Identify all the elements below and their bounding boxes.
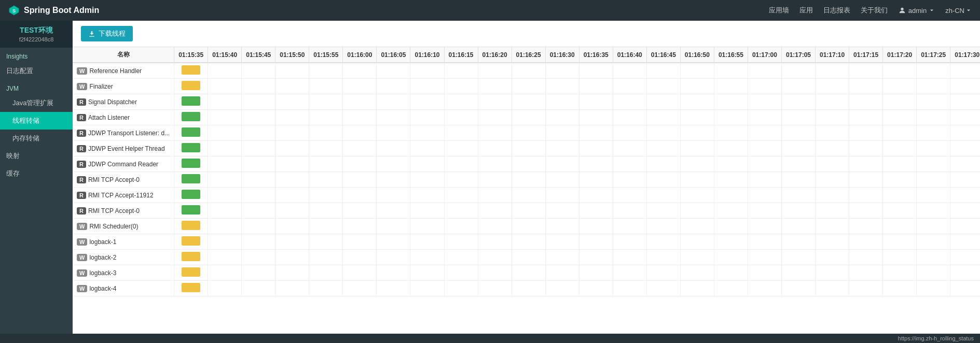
table-row[interactable]: RSignal Dispatcher <box>73 94 980 110</box>
timeline-cell <box>174 172 208 188</box>
thread-name-cell: RJDWP Transport Listener: d... <box>73 125 174 141</box>
timeline-cell <box>613 156 646 172</box>
thread-state-badge: R <box>77 98 86 106</box>
table-row[interactable]: RJDWP Transport Listener: d... <box>73 125 980 141</box>
download-thread-button[interactable]: 下载线程 <box>81 26 133 41</box>
timeline-cell <box>950 250 980 265</box>
sidebar-item-cache[interactable]: 缓存 <box>0 165 73 182</box>
nav-app-wall[interactable]: 应用墙 <box>769 6 789 15</box>
sidebar-item-insights[interactable]: Insights <box>0 48 73 62</box>
timeline-cell <box>343 203 377 219</box>
sidebar: TEST环境 f2f4222048c8 Insights 日志配置 JVM Ja… <box>0 21 73 334</box>
timeline-cell <box>242 156 275 172</box>
thread-name-cell: Wlogback-2 <box>73 250 174 265</box>
timeline-cell <box>478 125 512 141</box>
timeline-cell <box>781 188 815 203</box>
timeline-cell <box>512 156 545 172</box>
timeline-cell <box>816 250 849 265</box>
table-row[interactable]: WReference Handler <box>73 63 980 79</box>
timeline-cell <box>208 110 242 125</box>
table-row[interactable]: RAttach Listener <box>73 110 980 125</box>
sidebar-item-thread-dump[interactable]: 线程转储 <box>0 112 73 130</box>
table-row[interactable]: WRMI Scheduler(0) <box>73 219 980 234</box>
timeline-bar <box>182 205 200 215</box>
sidebar-item-log-config[interactable]: 日志配置 <box>0 62 73 80</box>
timeline-cell <box>950 281 980 296</box>
timeline-cell <box>275 203 309 219</box>
timeline-cell <box>478 219 512 234</box>
timeline-cell <box>545 234 579 250</box>
timeline-cell <box>275 125 309 141</box>
table-row[interactable]: Wlogback-4 <box>73 281 980 296</box>
col-header-t10: 01:16:25 <box>512 47 545 63</box>
timeline-cell <box>613 141 646 156</box>
table-header-row: 名称 01:15:35 01:15:40 01:15:45 01:15:50 0… <box>73 47 980 63</box>
timeline-cell <box>646 63 680 79</box>
timeline-bar <box>182 236 200 246</box>
table-row[interactable]: RJDWP Event Helper Thread <box>73 141 980 156</box>
timeline-cell <box>174 79 208 94</box>
timeline-cell <box>410 110 444 125</box>
timeline-cell <box>781 125 815 141</box>
table-row[interactable]: RRMI TCP Accept-0 <box>73 203 980 219</box>
timeline-cell <box>309 79 343 94</box>
timeline-bar <box>182 127 200 137</box>
timeline-cell <box>208 156 242 172</box>
timeline-cell <box>410 141 444 156</box>
timeline-cell <box>309 281 343 296</box>
col-header-t15: 01:16:50 <box>680 47 714 63</box>
sidebar-item-heap-dump[interactable]: 内存转储 <box>0 130 73 147</box>
timeline-cell <box>883 265 917 281</box>
table-row[interactable]: Wlogback-1 <box>73 234 980 250</box>
timeline-cell <box>816 281 849 296</box>
table-row[interactable]: WFinalizer <box>73 79 980 94</box>
timeline-cell <box>680 188 714 203</box>
timeline-cell <box>444 234 478 250</box>
timeline-cell <box>309 94 343 110</box>
timeline-cell <box>613 79 646 94</box>
timeline-cell <box>680 141 714 156</box>
timeline-cell <box>849 156 883 172</box>
thread-name-cell: RJDWP Command Reader <box>73 156 174 172</box>
download-label: 下载线程 <box>99 29 126 38</box>
nav-apps[interactable]: 应用 <box>799 6 813 15</box>
timeline-cell <box>748 234 781 250</box>
thread-name-cell: WReference Handler <box>73 63 174 79</box>
timeline-cell <box>950 203 980 219</box>
sidebar-item-java-mgmt[interactable]: Java管理扩展 <box>0 94 73 112</box>
timeline-cell <box>849 141 883 156</box>
timeline-cell <box>680 265 714 281</box>
table-row[interactable]: RRMI TCP Accept-11912 <box>73 188 980 203</box>
timeline-cell <box>816 156 849 172</box>
timeline-cell <box>579 141 613 156</box>
navbar-user[interactable]: admin <box>898 6 935 15</box>
timeline-cell <box>478 172 512 188</box>
table-row[interactable]: Wlogback-3 <box>73 265 980 281</box>
sidebar-item-jvm[interactable]: JVM <box>0 80 73 94</box>
thread-name-cell: Wlogback-1 <box>73 234 174 250</box>
navbar-lang[interactable]: zh-CN <box>945 7 972 15</box>
nav-log-report[interactable]: 日志报表 <box>823 6 850 15</box>
thread-name-label: logback-1 <box>89 238 116 246</box>
timeline-cell <box>849 203 883 219</box>
timeline-cell <box>343 156 377 172</box>
thread-name-label: logback-3 <box>89 269 116 277</box>
timeline-cell <box>883 219 917 234</box>
timeline-cell <box>748 172 781 188</box>
thread-name-cell: RRMI TCP Accept-11912 <box>73 188 174 203</box>
timeline-cell <box>343 188 377 203</box>
sidebar-item-mapping[interactable]: 映射 <box>0 147 73 165</box>
nav-about[interactable]: 关于我们 <box>861 6 888 15</box>
timeline-cell <box>478 63 512 79</box>
timeline-cell <box>242 63 275 79</box>
timeline-cell <box>478 188 512 203</box>
table-row[interactable]: RJDWP Command Reader <box>73 156 980 172</box>
env-name: TEST环境 <box>6 26 66 35</box>
table-row[interactable]: RRMI TCP Accept-0 <box>73 172 980 188</box>
timeline-cell <box>816 125 849 141</box>
timeline-bar <box>182 252 200 261</box>
timeline-cell <box>410 188 444 203</box>
timeline-cell <box>613 63 646 79</box>
thread-table-container[interactable]: 名称 01:15:35 01:15:40 01:15:45 01:15:50 0… <box>73 47 980 334</box>
table-row[interactable]: Wlogback-2 <box>73 250 980 265</box>
